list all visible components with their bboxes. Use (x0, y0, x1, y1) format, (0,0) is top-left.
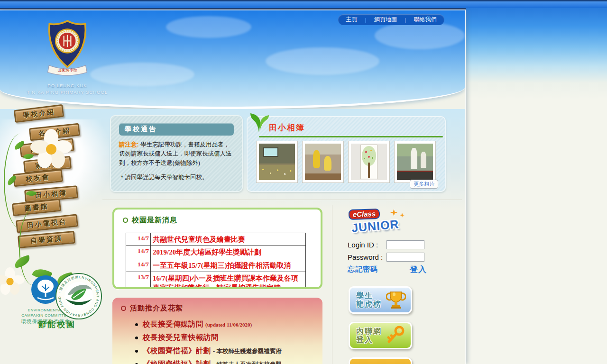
school-name: PO LEUNG KUK TIN KA PING PRIMARY SCHOOL (20, 82, 115, 96)
nav-sitemap-link[interactable]: 網頁地圖 (374, 16, 397, 24)
photo-image (305, 144, 341, 180)
school-crest-icon: 田家炳小學 (46, 19, 89, 79)
school-name-line1: PO LEUNG KUK (20, 82, 115, 89)
top-navigation: 主頁 | 網頁地圖 | 聯絡我們 (338, 14, 444, 25)
login-id-input[interactable] (386, 240, 424, 249)
latest-news-panel: 校園最新消息 14/7 共融世代兒童填色及繪畫比賽 14/7 2019/20年度… (112, 208, 322, 289)
forgot-password-link[interactable]: 忘記密碼 (348, 265, 378, 274)
star-icon (390, 209, 397, 216)
event-updated-note: (updated 11/06/2020) (205, 322, 252, 328)
intranet-login-button[interactable]: 內聯網 登入 (349, 322, 412, 349)
news-date: 14/7 (126, 233, 151, 246)
list-item[interactable]: 校長接受兒童快報訪問 (135, 333, 322, 343)
login-id-row: Login ID : (348, 239, 457, 250)
event-link[interactable]: 校長接受傳媒訪問 (143, 320, 203, 328)
event-link[interactable]: 《校園齊惜福》計劃 (143, 346, 211, 355)
ecf-emblem-icon: ENVIRONMENT AND CONSERVATION FUND ・環境及自然… (55, 273, 102, 320)
school-logo[interactable]: 田家炳小學 PO LEUNG KUK TIN KA PING PRIMARY S… (20, 19, 115, 96)
news-date: 14/7 (126, 246, 151, 259)
news-panel-title: 校園最新消息 (123, 216, 321, 225)
nav-separator: | (365, 17, 367, 23)
school-name-line2: TIN KA PING PRIMARY SCHOOL (20, 89, 115, 96)
student-honour-board-button[interactable]: 學生 龍虎榜 (349, 286, 412, 314)
event-description: - 本校師生獲邀參觀禮賓府 (213, 348, 282, 355)
photo-thumbnail-xylophone[interactable] (394, 141, 436, 183)
table-row: 14/7 一至五年級15/7(星期三)拍攝證件相活動取消 (126, 259, 306, 272)
event-link[interactable]: 《校園齊惜福》計劃 (143, 360, 211, 364)
news-title-text: 校園最新消息 (132, 216, 177, 225)
news-link[interactable]: 一至五年級15/7(星期三)拍攝證件相活動取消 (151, 259, 306, 272)
horizontal-divider (102, 200, 462, 200)
list-item[interactable]: 校長接受傳媒訪問 (updated 11/06/2020) (135, 319, 322, 329)
password-row: Password : (348, 252, 457, 262)
photo-image (259, 144, 295, 180)
partially-visible-button[interactable] (349, 357, 412, 364)
xylophone-row (397, 171, 433, 180)
events-panel-title: 活動推介及花絮 (121, 304, 322, 313)
student-figure (411, 148, 417, 169)
leaf-sprout-icon (249, 111, 269, 133)
table-row: 14/7 2019/20年度大埔區好學生獎勵計劃 (126, 246, 306, 259)
cloud-shape (375, 22, 465, 49)
student-figure (324, 156, 332, 171)
events-title-text: 活動推介及花絮 (130, 304, 183, 313)
news-date: 14/7 (126, 259, 151, 272)
section-bullet-icon (121, 306, 126, 311)
nav-separator: | (405, 17, 406, 23)
photo-image (397, 144, 433, 180)
notice-panel-title: 學校通告 (119, 123, 234, 136)
news-link[interactable]: 16/7(星期四)小一及插班生購買課本作業及各項事宜安排如常進行，請家長按通告指… (151, 272, 306, 289)
eclass-brand-badge: eClass (349, 209, 380, 220)
button-label: 內聯網 登入 (350, 327, 382, 345)
nav-home-link[interactable]: 主頁 (346, 16, 357, 24)
photo-thumbnail-row (256, 141, 439, 183)
crest-ribbon-text: 田家炳小學 (57, 68, 77, 73)
classroom-desk (305, 173, 341, 180)
list-item[interactable]: 《校園齊惜福》計劃 - 本校師生獲邀參觀禮賓府 (135, 346, 322, 356)
notice-attention-label: 請注意: (119, 141, 139, 148)
notice-text: 請注意: 學生忘記帶功課，書籍及用品者，切勿請家長或傭人送上．即使家長或傭人送到… (119, 140, 234, 168)
cloud-shape (266, 47, 379, 75)
table-row: 13/7 16/7(星期四)小一及插班生購買課本作業及各項事宜安排如常進行，請家… (126, 272, 306, 289)
news-table: 14/7 共融世代兒童填色及繪畫比賽 14/7 2019/20年度大埔區好學生獎… (126, 233, 306, 289)
cloud-shape (166, 16, 251, 38)
notice-reminder-text: ＊請同學謹記每天帶智能卡回校。 (119, 173, 234, 182)
eclass-junior-logo[interactable]: eClass JUNIOR (349, 209, 415, 237)
photo-image (351, 144, 387, 180)
table-row: 14/7 共融世代兒童填色及繪畫比賽 (126, 233, 306, 246)
news-link[interactable]: 2019/20年度大埔區好學生獎勵計劃 (151, 246, 306, 259)
list-item[interactable]: 《校園齊惜福》計劃 - 特首夫人再次到本校參觀 (135, 359, 322, 364)
album-title: 田小相簿 (269, 122, 305, 133)
photo-thumbnail-assembly[interactable] (256, 141, 298, 183)
student-figure (421, 152, 426, 168)
vertical-divider (332, 205, 332, 364)
event-link[interactable]: 校長接受兒童快報訪問 (143, 333, 219, 341)
events-list: 校長接受傳媒訪問 (updated 11/06/2020) 校長接受兒童快報訪問… (135, 319, 322, 364)
page-column: 主頁 | 網頁地圖 | 聯絡我們 田家炳小學 PO LEUNG KUK TIN … (0, 10, 466, 364)
school-notice-panel: 學校通告 請注意: 學生忘記帶功課，書籍及用品者，切勿請家長或傭人送上．即使家長… (110, 115, 243, 192)
projector-screen (263, 147, 278, 157)
news-date: 13/7 (126, 272, 151, 289)
login-button[interactable]: 登入 (410, 264, 427, 275)
trophy-icon (386, 291, 406, 309)
student-figure (313, 150, 320, 168)
photo-thumbnail-tree-art[interactable] (348, 141, 390, 183)
album-title-underline (259, 136, 443, 137)
event-description: - 特首夫人再次到本校參觀 (213, 361, 282, 364)
password-input[interactable] (386, 253, 424, 262)
nav-contact-link[interactable]: 聯絡我們 (414, 16, 437, 24)
label-line: 登入 (356, 336, 382, 344)
section-bullet-icon (123, 218, 128, 223)
key-icon (385, 326, 406, 346)
news-link[interactable]: 共融世代兒童填色及繪畫比賽 (151, 233, 306, 246)
flower-decoration (28, 128, 75, 171)
login-id-label: Login ID : (348, 241, 386, 249)
tree-trunk (368, 163, 369, 178)
more-photos-button[interactable]: 更多相片 (410, 180, 438, 189)
photo-album-panel: 田小相簿 更多相片 (247, 116, 446, 192)
password-label: Password : (348, 253, 386, 261)
photo-thumbnail-classroom[interactable] (302, 141, 344, 183)
label-line: 內聯網 (356, 327, 382, 336)
top-blue-bar (0, 1, 607, 8)
label-line: 龍虎榜 (356, 300, 382, 309)
